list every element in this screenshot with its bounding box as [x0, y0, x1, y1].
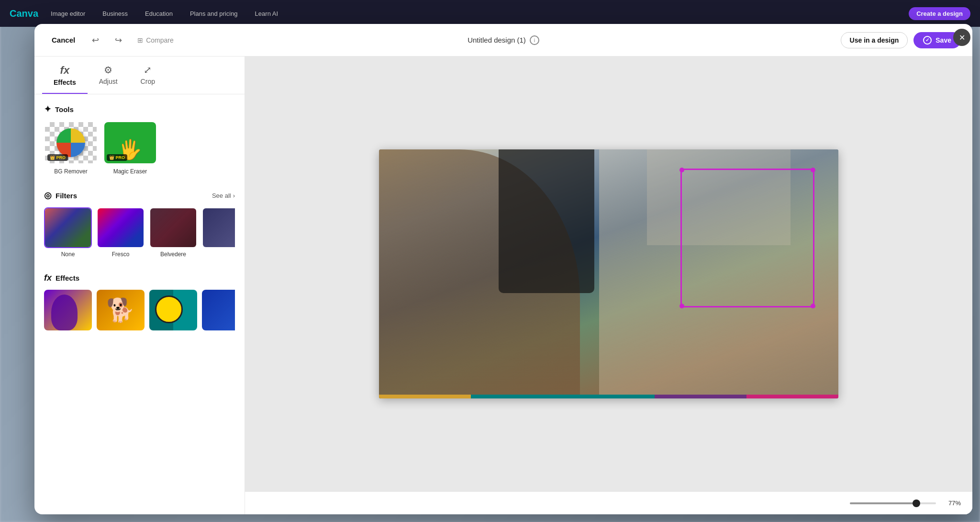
compare-button[interactable]: ⊞ Compare	[133, 34, 178, 47]
tool-magic-eraser[interactable]: 🖐️ 👑 PRO Magic Eraser	[103, 121, 157, 175]
filter-belvedere-preview	[150, 208, 196, 247]
filters-section: ◎ Filters See all › None	[34, 181, 245, 263]
left-panel: fx Effects ⚙ Adjust ⤢ Crop ✦ Tools	[34, 57, 245, 514]
cancel-button[interactable]: Cancel	[46, 33, 81, 47]
modal-header: Cancel ↩ ↪ ⊞ Compare Untitled design (1)…	[34, 24, 972, 57]
effects-icon: fx	[44, 273, 52, 283]
color-strip	[379, 395, 838, 398]
main-canvas: 77%	[245, 57, 972, 514]
magic-eraser-label: Magic Eraser	[113, 168, 147, 175]
effects-panel-section: fx Effects 🐕	[34, 263, 245, 336]
filter-extra[interactable]	[202, 207, 235, 258]
effect-4[interactable]	[202, 290, 235, 330]
redo-button[interactable]: ↪	[110, 32, 127, 49]
undo-button[interactable]: ↩	[87, 32, 104, 49]
window-frame	[499, 149, 594, 293]
sparkle-icon: ✦	[44, 104, 51, 114]
tab-adjust[interactable]: ⚙ Adjust	[88, 57, 129, 94]
tools-grid: 👑 PRO BG Remover 🖐️ 👑 PRO Magic Eraser	[44, 121, 235, 175]
tabs-container: fx Effects ⚙ Adjust ⤢ Crop	[34, 57, 245, 94]
photo-container	[379, 149, 838, 398]
adjust-tab-label: Adjust	[99, 78, 118, 85]
effects-tab-icon: fx	[60, 64, 70, 77]
header-right: Use in a design ✓ Save	[656, 32, 961, 48]
zoom-label: 77%	[942, 499, 961, 507]
effects-title-text: Effects	[56, 274, 79, 282]
strip-1	[379, 395, 471, 398]
tab-crop[interactable]: ⤢ Crop	[129, 57, 167, 94]
photo-display	[379, 149, 838, 398]
header-left: Cancel ↩ ↪ ⊞ Compare	[46, 32, 351, 49]
zoom-track	[850, 502, 916, 504]
strip-4	[655, 395, 746, 398]
filter-none[interactable]: None	[44, 207, 92, 258]
nav-item-3[interactable]: Education	[140, 8, 178, 19]
zoom-thumb[interactable]	[913, 499, 920, 507]
filters-grid: None Fresco Belvedere	[44, 207, 235, 258]
effect-lemon[interactable]	[149, 290, 197, 330]
tools-title: ✦ Tools	[44, 104, 235, 114]
tab-effects[interactable]: fx Effects	[42, 57, 88, 94]
lemon-circle	[155, 295, 183, 323]
canva-topbar: Canva Image editor Business Education Pl…	[0, 0, 980, 27]
nav-item-5[interactable]: Learn AI	[250, 8, 283, 19]
header-center: Untitled design (1) i	[351, 35, 656, 45]
tools-section: ✦ Tools 👑 PRO BG Remover	[34, 94, 245, 181]
bg-remover-thumb: 👑 PRO	[44, 121, 98, 164]
nav-item-2[interactable]: Business	[98, 8, 133, 19]
filter-none-label: None	[61, 251, 75, 258]
adjust-tab-icon: ⚙	[104, 64, 112, 76]
bg-remover-ball	[56, 128, 85, 157]
filter-fresco-preview	[98, 208, 144, 247]
filter-none-thumb	[44, 207, 92, 248]
tool-bg-remover[interactable]: 👑 PRO BG Remover	[44, 121, 98, 175]
use-in-design-button[interactable]: Use in a design	[841, 32, 908, 48]
effect-4-thumb	[202, 290, 235, 330]
compare-icon: ⊞	[137, 36, 143, 44]
effects-grid: 🐕	[44, 290, 235, 330]
canvas-area	[245, 57, 972, 491]
effect-glow-thumb: 🐕	[97, 290, 145, 330]
filter-extra-thumb	[202, 207, 235, 248]
effect-duotone[interactable]	[44, 290, 92, 330]
filters-header: ◎ Filters See all ›	[44, 190, 235, 201]
filter-fresco-thumb	[97, 207, 145, 248]
see-all-label: See all	[212, 192, 231, 199]
effect-lemon-thumb	[149, 290, 197, 330]
effect-glow[interactable]: 🐕	[97, 290, 145, 330]
canva-logo: Canva	[10, 8, 38, 19]
nav-create-button[interactable]: Create a design	[909, 7, 970, 20]
filter-belvedere-thumb	[149, 207, 197, 248]
filter-belvedere[interactable]: Belvedere	[149, 207, 197, 258]
effects-panel-title: fx Effects	[44, 273, 235, 283]
modal-body: fx Effects ⚙ Adjust ⤢ Crop ✦ Tools	[34, 57, 972, 514]
strip-3	[563, 395, 655, 398]
compare-label: Compare	[146, 36, 174, 44]
strip-5	[746, 395, 838, 398]
filter-extra-preview	[203, 208, 235, 247]
pro-badge-magic-eraser: 👑 PRO	[107, 154, 127, 161]
effects-tab-label: Effects	[54, 79, 76, 86]
crop-tab-label: Crop	[141, 78, 155, 85]
zoom-slider[interactable]	[850, 502, 936, 504]
duotone-figure	[51, 295, 78, 330]
effect-duotone-thumb	[44, 290, 92, 330]
filters-title-text: Filters	[56, 192, 77, 200]
see-all-button[interactable]: See all ›	[212, 192, 235, 199]
nav-item-4[interactable]: Plans and pricing	[185, 8, 243, 19]
strip-2	[471, 395, 563, 398]
close-button[interactable]: ✕	[953, 29, 970, 46]
editor-modal: Cancel ↩ ↪ ⊞ Compare Untitled design (1)…	[34, 24, 972, 514]
filter-none-preview	[45, 208, 91, 247]
info-icon[interactable]: i	[530, 35, 539, 45]
filters-title: ◎ Filters	[44, 190, 77, 201]
zoom-bar: 77%	[245, 491, 972, 514]
magic-eraser-thumb: 🖐️ 👑 PRO	[103, 121, 157, 164]
filter-fresco[interactable]: Fresco	[97, 207, 145, 258]
filter-belvedere-label: Belvedere	[160, 251, 186, 258]
nav-item-1[interactable]: Image editor	[46, 8, 90, 19]
ceiling-area	[647, 149, 791, 245]
bg-remover-label: BG Remover	[54, 168, 87, 175]
save-check-icon: ✓	[923, 36, 932, 45]
chevron-right-icon: ›	[233, 192, 235, 199]
